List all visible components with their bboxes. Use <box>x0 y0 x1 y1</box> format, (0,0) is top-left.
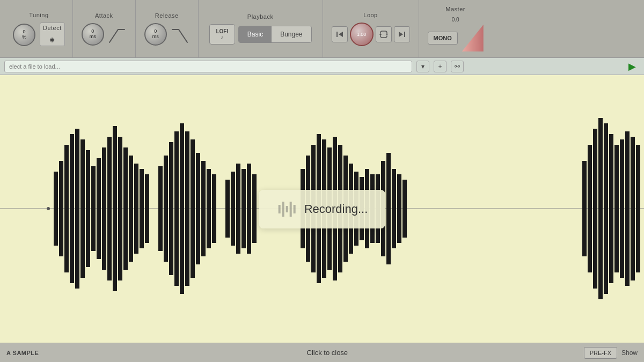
svg-rect-68 <box>231 172 235 209</box>
svg-rect-50 <box>185 131 189 209</box>
attack-knob[interactable]: 0 ms <box>82 23 104 46</box>
master-fader[interactable] <box>462 25 484 51</box>
play-button[interactable]: ▶ <box>625 59 640 74</box>
svg-rect-48 <box>174 131 179 209</box>
loop-speed-knob[interactable]: 1.00 <box>350 23 374 46</box>
svg-rect-25 <box>140 169 144 209</box>
svg-rect-43 <box>140 209 144 248</box>
svg-rect-145 <box>294 205 296 213</box>
detect-button[interactable]: Detect ✱ <box>40 23 65 46</box>
playback-buttons: LOFI ♪ Basic Bungee <box>209 24 312 45</box>
loop-controls: 1.00 <box>332 23 410 46</box>
svg-rect-37 <box>107 209 112 280</box>
recording-overlay: Recording... <box>259 190 385 228</box>
tuning-knob[interactable]: 0 % <box>13 24 35 46</box>
svg-rect-21 <box>118 137 122 209</box>
svg-rect-128 <box>631 137 635 209</box>
svg-marker-5 <box>399 32 403 37</box>
svg-rect-30 <box>70 209 74 283</box>
svg-rect-116 <box>392 209 396 248</box>
release-section: Release 0 ms <box>136 0 199 57</box>
svg-rect-118 <box>402 209 407 238</box>
svg-rect-63 <box>196 209 200 264</box>
svg-rect-18 <box>102 147 106 209</box>
recording-text: Recording... <box>304 202 368 216</box>
pre-fx-button[interactable]: PRE-FX <box>584 347 617 359</box>
svg-rect-137 <box>620 209 624 278</box>
svg-rect-77 <box>247 209 251 254</box>
svg-rect-39 <box>118 209 122 280</box>
svg-rect-17 <box>97 158 101 209</box>
tuning-section: Tuning 0 % Detect ✱ <box>5 0 73 57</box>
plus-icon: + <box>438 63 442 70</box>
show-button[interactable]: Show <box>621 349 638 357</box>
loop-next-button[interactable] <box>394 26 410 42</box>
svg-rect-35 <box>97 209 101 259</box>
svg-rect-70 <box>241 169 246 209</box>
svg-rect-13 <box>75 129 79 209</box>
svg-rect-33 <box>86 209 90 267</box>
svg-rect-123 <box>604 123 608 209</box>
lofi-icon: ♪ <box>221 34 223 40</box>
loop-prev-icon <box>336 31 343 38</box>
svg-rect-45 <box>158 166 163 209</box>
svg-rect-134 <box>604 209 608 294</box>
click-to-close[interactable]: Click to close <box>71 349 584 357</box>
svg-rect-61 <box>185 209 189 286</box>
svg-rect-53 <box>201 161 206 209</box>
release-curve-icon <box>170 26 189 46</box>
svg-rect-51 <box>191 139 195 209</box>
mono-button[interactable]: MONO <box>428 32 458 45</box>
bungee-mode-button[interactable]: Bungee <box>272 26 311 42</box>
svg-rect-140 <box>636 209 640 272</box>
bottom-bar: A SAMPLE Click to close PRE-FX Show <box>0 343 644 362</box>
file-input[interactable] <box>4 61 412 72</box>
toolbar: Tuning 0 % Detect ✱ Attack 0 ms <box>0 0 644 58</box>
svg-rect-10 <box>59 161 63 209</box>
basic-mode-button[interactable]: Basic <box>239 26 272 42</box>
playback-label: Playback <box>247 13 274 20</box>
attack-controls: 0 ms <box>82 23 127 46</box>
svg-rect-54 <box>207 169 211 209</box>
release-knob[interactable]: 0 ms <box>144 23 167 46</box>
svg-rect-44 <box>145 209 149 243</box>
link-icon: ⚯ <box>455 63 460 70</box>
svg-rect-28 <box>59 209 63 256</box>
svg-rect-0 <box>336 32 338 37</box>
svg-rect-139 <box>631 209 635 280</box>
svg-rect-11 <box>64 145 69 209</box>
svg-rect-71 <box>247 164 251 209</box>
sample-label: A SAMPLE <box>6 350 71 356</box>
detect-label: Detect <box>43 25 62 31</box>
playback-section: Playback LOFI ♪ Basic Bungee <box>199 0 323 57</box>
svg-rect-141 <box>279 205 281 213</box>
svg-rect-34 <box>91 209 96 251</box>
svg-rect-65 <box>207 209 211 248</box>
svg-rect-136 <box>614 209 619 272</box>
svg-rect-46 <box>164 156 168 209</box>
svg-rect-55 <box>212 174 216 209</box>
svg-rect-138 <box>625 209 630 286</box>
chevron-down-icon: ▾ <box>421 63 425 70</box>
svg-rect-73 <box>225 209 230 238</box>
file-dropdown-button[interactable]: ▾ <box>416 61 429 72</box>
svg-rect-75 <box>236 209 240 254</box>
svg-rect-19 <box>107 137 112 209</box>
master-value: 0.0 <box>452 17 459 23</box>
svg-rect-15 <box>86 150 90 209</box>
svg-rect-125 <box>614 145 619 209</box>
file-link-button[interactable]: ⚯ <box>451 61 464 72</box>
svg-rect-52 <box>196 153 200 209</box>
svg-rect-56 <box>158 209 163 251</box>
playback-mode-group: Basic Bungee <box>238 26 312 43</box>
svg-rect-126 <box>620 139 624 209</box>
svg-rect-9 <box>54 172 58 209</box>
svg-rect-69 <box>236 164 240 209</box>
loop-prev-button[interactable] <box>332 26 348 42</box>
file-add-button[interactable]: + <box>434 61 447 72</box>
play-icon: ▶ <box>628 61 636 72</box>
lofi-button[interactable]: LOFI ♪ <box>209 24 235 45</box>
loop-toggle-button[interactable] <box>376 26 392 42</box>
svg-rect-127 <box>625 131 630 209</box>
svg-rect-122 <box>598 118 603 209</box>
